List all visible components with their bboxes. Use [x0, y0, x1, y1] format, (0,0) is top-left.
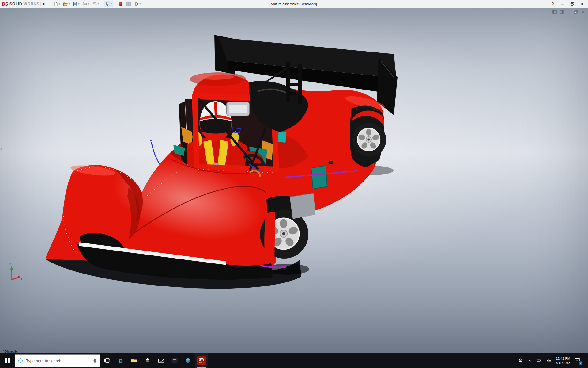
speaker-icon	[546, 358, 552, 364]
edge-icon: e	[119, 357, 123, 365]
model-scene: Y X	[0, 8, 588, 353]
appearance-button[interactable]	[117, 1, 124, 7]
doc-restore-button[interactable]	[574, 10, 578, 14]
taskbar-search-input[interactable]: Type here to search	[15, 354, 100, 367]
gear-icon	[134, 2, 139, 6]
design-table-button[interactable]	[125, 1, 132, 7]
taskbar-app-edge[interactable]: e	[114, 353, 127, 368]
graphics-viewport[interactable]: Y X *Dimetric	[0, 8, 588, 353]
doc-restore-icon	[574, 10, 578, 14]
clock-date: 7/11/2018	[556, 361, 570, 365]
view-orientation-label: *Dimetric	[3, 350, 18, 353]
document-window-controls	[552, 10, 585, 14]
orientation-triad: Y X	[9, 262, 22, 281]
mail-icon	[157, 357, 165, 364]
select-tool-button[interactable]: ▾	[104, 1, 113, 7]
dock-right-icon	[560, 10, 564, 14]
taskbar-app-file-explorer[interactable]	[127, 353, 141, 368]
appearance-sphere-icon	[118, 2, 123, 6]
notification-badge: 2	[579, 361, 583, 365]
minimize-icon	[561, 2, 564, 6]
volume-button[interactable]	[546, 358, 552, 364]
restore-button[interactable]	[568, 1, 576, 7]
wing-strut	[286, 62, 290, 102]
doc-minimize-button[interactable]	[567, 10, 571, 14]
action-center-button[interactable]: 2	[574, 357, 581, 364]
minimize-button[interactable]	[559, 1, 567, 7]
dassault-logo-icon: DS	[2, 2, 8, 6]
taskbar-app-window[interactable]	[168, 353, 181, 368]
close-icon	[580, 2, 584, 6]
toolbar-separator	[102, 1, 102, 7]
taskbar-app-3d-viewer[interactable]	[181, 353, 195, 368]
wheel-rear-right[interactable]	[350, 105, 386, 167]
cursor-icon	[105, 2, 110, 6]
dock-left-button[interactable]	[552, 10, 557, 14]
microphone-icon[interactable]	[92, 358, 98, 363]
chevron-up-icon	[527, 358, 532, 363]
taskbar-clock[interactable]: 12:42 PM 7/11/2018	[556, 356, 570, 365]
doc-minimize-icon	[567, 10, 571, 14]
people-icon	[518, 358, 524, 364]
solidworks-logo: DS SOLIDWORKS	[2, 2, 39, 6]
taskbar-app-store[interactable]	[141, 353, 154, 368]
open-button[interactable]: ▾	[62, 1, 71, 7]
print-icon	[82, 2, 87, 6]
task-view-icon	[104, 357, 111, 364]
svg-text:X: X	[20, 278, 22, 281]
clock-time: 12:42 PM	[556, 356, 570, 361]
doc-close-icon	[581, 10, 585, 14]
toolbar-separator	[115, 1, 115, 7]
undo-icon	[92, 2, 97, 6]
cube-icon	[184, 357, 192, 364]
task-view-button[interactable]	[100, 353, 114, 368]
cortana-icon	[17, 358, 24, 364]
close-button[interactable]	[578, 1, 586, 7]
brand-wordmark: SOLID	[9, 2, 22, 6]
app-titlebar: DS SOLIDWORKS ▶ ▾ ▾ ▾	[0, 0, 588, 8]
doc-close-button[interactable]	[581, 10, 585, 14]
windows-taskbar: Type here to search e	[0, 353, 588, 368]
rocker-cover	[264, 212, 275, 266]
table-sheet-icon	[126, 2, 131, 6]
side-window-teal	[311, 166, 327, 189]
store-icon	[144, 357, 151, 364]
windows-logo-icon	[5, 358, 10, 363]
app-window-icon	[171, 357, 178, 364]
print-button[interactable]: ▾	[81, 1, 90, 7]
open-folder-icon	[63, 2, 68, 6]
feature-panel-collapse-arrow[interactable]	[0, 148, 2, 151]
save-icon	[73, 2, 78, 6]
toolbar-flyout-button[interactable]: ▶	[40, 2, 47, 6]
new-document-icon	[54, 2, 58, 6]
people-button[interactable]	[518, 358, 524, 364]
undo-button[interactable]: ▾	[91, 1, 100, 7]
desktop: DS SOLIDWORKS ▶ ▾ ▾ ▾	[0, 0, 588, 368]
hidden-icons-button[interactable]	[527, 358, 532, 363]
taskbar-app-solidworks[interactable]: SW 2017	[195, 353, 208, 368]
solidworks-app-icon: SW 2017	[197, 356, 206, 365]
svg-text:Y: Y	[9, 262, 11, 266]
file-explorer-icon	[130, 357, 138, 364]
search-placeholder: Type here to search	[26, 358, 90, 363]
taskbar-app-mail[interactable]	[154, 353, 168, 368]
dock-right-button[interactable]	[560, 10, 564, 14]
document-title: Voiture assemblee [Read-only]	[271, 2, 317, 6]
network-button[interactable]	[536, 358, 542, 364]
system-tray: 12:42 PM 7/11/2018 2	[518, 353, 588, 368]
rocker-panel-gray	[290, 193, 315, 219]
help-button[interactable]: ?	[549, 1, 557, 7]
new-document-button[interactable]: ▾	[52, 1, 62, 7]
dock-left-icon	[552, 10, 557, 14]
save-button[interactable]: ▾	[72, 1, 81, 7]
restore-icon	[571, 2, 574, 6]
options-button[interactable]: ▾	[133, 1, 142, 7]
start-button[interactable]	[0, 353, 15, 368]
network-icon	[536, 358, 542, 364]
